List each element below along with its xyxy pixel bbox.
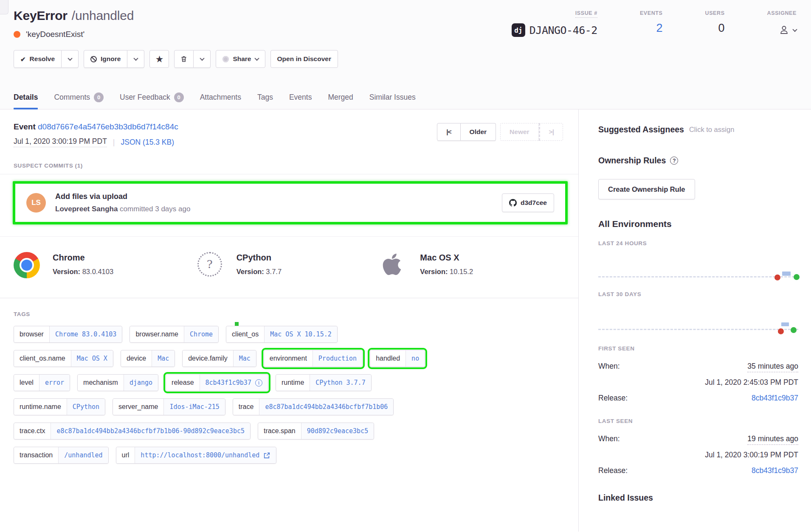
tag-browser-name: browser.nameChrome (130, 326, 219, 343)
ownership-rules-title: Ownership Rules (598, 156, 666, 165)
tag-value[interactable]: /unhandled (59, 447, 108, 463)
tag-trace-ctx: trace.ctxe8c87ba1dc494bb2a4346bcfbf7b1b0… (14, 423, 251, 440)
event-json-link[interactable]: JSON (15.3 KB) (121, 138, 174, 147)
tab-merged[interactable]: Merged (328, 92, 353, 109)
star-icon: ★ (156, 55, 163, 63)
resolve-dropdown-button[interactable] (62, 50, 79, 68)
last-seen-release-link[interactable]: 8cb43f1c9b37 (752, 466, 798, 475)
tab-label: Similar Issues (369, 93, 416, 102)
pager-older-button[interactable]: Older (461, 123, 496, 141)
assignee-dropdown[interactable] (778, 24, 797, 36)
ignore-button[interactable]: Ignore (84, 50, 127, 68)
tag-value-text: Production (318, 355, 357, 362)
release-label: Release: (598, 394, 628, 403)
tag-value-text: no (411, 355, 419, 362)
context-name: CPython (237, 253, 282, 263)
tab-tags[interactable]: Tags (257, 92, 273, 109)
tab-details[interactable]: Details (14, 92, 38, 109)
latest-release-dot-icon (791, 327, 797, 333)
tag-key: client_os.name (14, 350, 71, 367)
tag-runtime: runtimeCPython 3.7.7 (276, 374, 372, 391)
create-ownership-rule-button[interactable]: Create Ownership Rule (598, 179, 695, 199)
tag-value[interactable]: 8cb43f1c9b37i (200, 375, 268, 391)
event-id-link[interactable]: d08d7667e4a5476eb3b3db6d7f14c84c (38, 122, 178, 131)
context-version: Version: 83.0.4103 (53, 268, 113, 276)
tag-value[interactable]: 90d892c9eace3bc5 (301, 423, 374, 439)
bookmark-button[interactable]: ★ (149, 50, 169, 68)
tag-value[interactable]: Chrome 83.0.4103 (50, 326, 122, 342)
delete-button[interactable] (174, 50, 194, 68)
tab-user-feedback[interactable]: User Feedback0 (120, 92, 184, 109)
pager-oldest-button[interactable]: |< (437, 123, 460, 141)
tag-runtime-name: runtime.nameCPython (14, 398, 105, 415)
tag-key: release (166, 375, 200, 391)
tab-similar-issues[interactable]: Similar Issues (369, 92, 416, 109)
last-seen-heading: LAST SEEN (598, 418, 798, 424)
tab-events[interactable]: Events (289, 92, 312, 109)
external-link-icon-wrap[interactable] (263, 452, 270, 459)
delete-dropdown-button[interactable] (194, 50, 211, 68)
tag-row: transaction/unhandledurlhttp://localhost… (14, 447, 565, 464)
commit-sha-button[interactable]: d3d7cee (502, 193, 554, 212)
tag-value[interactable]: Mac OS X (71, 350, 113, 367)
when-label: When: (598, 434, 620, 443)
tag-value[interactable]: Mac (152, 350, 175, 367)
sparkline-30d (598, 329, 798, 330)
issue-header-top: KeyError/unhandled 'keyDoesntExist' ISSU… (14, 8, 797, 39)
tag-value[interactable]: CPython (67, 399, 105, 415)
tab-comments[interactable]: Comments0 (54, 92, 104, 109)
tag-value[interactable]: Mac OS X 10.15.2 (265, 326, 337, 342)
open-in-discover-button[interactable]: Open in Discover (270, 50, 338, 68)
trash-icon (180, 56, 187, 62)
tag-value[interactable]: error (39, 375, 70, 391)
version-label: Version: (420, 268, 448, 275)
tag-key: trace.ctx (14, 423, 51, 439)
tag-value[interactable]: Mac (234, 350, 256, 367)
pager-newer-button[interactable]: Newer (500, 123, 539, 141)
action-bar: ✔ Resolve Ignore ★ Share Open in Discove (14, 50, 797, 68)
suspect-commit-row: LS Add files via upload Lovepreet Sangha… (15, 184, 565, 222)
stat-issue: ISSUE #djDJANGO-46-2 (512, 10, 597, 37)
question-circle-icon[interactable]: ? (670, 157, 678, 165)
pager-newest-button[interactable]: >| (539, 123, 563, 141)
stat-value: 0 (718, 22, 725, 35)
tag-value[interactable]: CPython 3.7.7 (310, 375, 371, 391)
tag-value[interactable]: http://localhost:8000/unhandled (135, 447, 276, 463)
events-count-link[interactable]: 2 (656, 22, 662, 35)
latest-release-dot-icon (794, 274, 800, 280)
tag-key: transaction (14, 447, 59, 463)
tab-attachments[interactable]: Attachments (200, 92, 241, 109)
tag-release: release8cb43f1c9b37i (166, 374, 268, 391)
tag-key: browser.name (130, 326, 184, 342)
first-seen-release-link[interactable]: 8cb43f1c9b37 (752, 394, 798, 403)
tag-value-text: Mac (239, 355, 251, 362)
issue-culprit-path: /unhandled (72, 8, 134, 22)
issue-sidebar: Suggested Assignees Click to assign Owne… (578, 109, 811, 532)
tag-key: url (116, 447, 135, 463)
stat-label: ISSUE # (575, 10, 597, 18)
tag-value[interactable]: no (406, 350, 425, 367)
tag-value[interactable]: e8c87ba1dc494bb2a4346bcfbf7b1b06-90d892c… (51, 423, 250, 439)
event-contexts: ChromeVersion: 83.0.4103?CPythonVersion:… (0, 236, 578, 298)
linked-issues-heading: Linked Issues (598, 493, 798, 503)
tab-badge: 0 (94, 92, 104, 102)
tag-value[interactable]: Production (313, 350, 362, 367)
tag-value[interactable]: Chrome (184, 326, 218, 342)
commit-sha: d3d7cee (521, 199, 547, 207)
tag-value[interactable]: django (124, 375, 158, 391)
last-24-hours-label: LAST 24 HOURS (598, 240, 798, 246)
tag-device-family: device.familyMac (182, 350, 256, 367)
info-icon[interactable]: i (255, 379, 262, 386)
tag-row: trace.ctxe8c87ba1dc494bb2a4346bcfbf7b1b0… (14, 423, 565, 440)
ignore-dropdown-button[interactable] (127, 50, 144, 68)
tag-level: levelerror (14, 374, 70, 391)
first-seen-date: Jul 1, 2020 2:45:03 PM PDT (598, 378, 798, 387)
chevron-down-icon (254, 56, 259, 61)
issue-message: 'keyDoesntExist' (26, 30, 84, 39)
share-button[interactable]: Share (216, 50, 265, 68)
tag-value-text: e8c87ba1dc494bb2a4346bcfbf7b1b06-90d892c… (56, 427, 245, 435)
tag-value[interactable]: e8c87ba1dc494bb2a4346bcfbf7b1b06 (259, 399, 393, 415)
tag-value[interactable]: Idos-iMac-215 (164, 399, 225, 415)
resolve-button[interactable]: ✔ Resolve (14, 50, 62, 68)
stat-label: ASSIGNEE (767, 10, 797, 16)
